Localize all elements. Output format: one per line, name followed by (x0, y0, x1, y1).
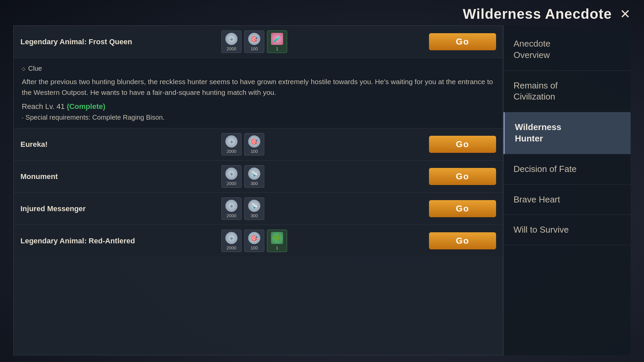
reward-green-red: 🌿 1 (267, 230, 287, 252)
silver-amount-frost: 2000 (227, 46, 236, 51)
silver-amount-monument: 2000 (227, 181, 236, 186)
silver-coin-icon-eureka (225, 135, 238, 148)
sidebar-item-anecdote-overview[interactable]: Anecdote Overview (503, 29, 631, 71)
tower-amount-injured: 300 (251, 213, 258, 218)
reward-silver-frost: 2000 (221, 31, 241, 53)
rewards-injured-messenger: 2000 📡 300 (221, 197, 422, 220)
silver-amount-eureka: 2000 (227, 149, 236, 154)
quest-row-injured-messenger: Injured Messenger 2000 📡 300 (14, 193, 503, 225)
tower-amount-monument: 300 (251, 181, 258, 186)
antenna-icon-red: 🎯 (248, 231, 261, 245)
go-button-injured-messenger[interactable]: Go (429, 200, 496, 217)
quest-name-injured-messenger: Injured Messenger (20, 204, 221, 213)
special-amount-frost: 1 (276, 46, 278, 51)
clue-header: ◇ Clue (22, 65, 495, 72)
go-button-eureka[interactable]: Go (429, 136, 496, 153)
antenna-icon-eureka: 🎯 (248, 135, 261, 148)
silver-amount-injured: 2000 (227, 213, 236, 218)
clue-body-text: After the previous two hunting blunders,… (22, 76, 495, 98)
quest-row-red-antlered: Legendary Animal: Red-Antlered 2000 🎯 10… (14, 225, 503, 257)
silver-coin-icon-red (225, 231, 238, 245)
go-button-frost-queen[interactable]: Go (429, 33, 496, 50)
modal-header: Wilderness Anecdote ✕ (0, 0, 644, 25)
clue-diamond-icon: ◇ (22, 66, 25, 71)
antenna-amount-frost: 100 (251, 46, 258, 51)
main-content: Legendary Animal: Frost Queen 2000 🎯 100 (13, 25, 503, 355)
reward-silver-monument: 2000 (221, 165, 241, 188)
silver-amount-red: 2000 (227, 245, 236, 250)
reward-antenna-eureka: 🎯 100 (244, 133, 264, 156)
rewards-frost-queen: 2000 🎯 100 🧪 1 (221, 31, 422, 53)
antenna-amount-eureka: 100 (251, 149, 258, 154)
rewards-eureka: 2000 🎯 100 (221, 133, 422, 156)
silver-coin-icon-monument (225, 167, 238, 180)
reward-antenna-red: 🎯 100 (244, 230, 264, 252)
reward-silver-eureka: 2000 (221, 133, 241, 156)
quest-name-red-antlered: Legendary Animal: Red-Antlered (20, 237, 221, 245)
rewards-red-antlered: 2000 🎯 100 🌿 1 (221, 230, 422, 252)
reward-tower-monument: 📡 300 (244, 165, 264, 188)
silver-coin-icon-injured (225, 199, 238, 213)
green-amount-red: 1 (276, 245, 278, 250)
sidebar-item-decision-of-fate[interactable]: Decision of Fate (503, 154, 631, 185)
reward-antenna-frost: 🎯 100 (244, 31, 264, 53)
special-requirements: · Special requirements: Complete Raging … (22, 114, 495, 121)
rewards-monument: 2000 📡 300 (221, 165, 422, 188)
modal-container: Wilderness Anecdote ✕ Legendary Animal: … (0, 0, 644, 362)
reach-level-text: Reach Lv. 41 (Complete) (22, 102, 495, 111)
reward-silver-red: 2000 (221, 230, 241, 252)
pink-potion-icon: 🧪 (270, 32, 284, 46)
tower-icon-monument: 📡 (248, 167, 261, 180)
green-item-icon-red: 🌿 (270, 231, 284, 245)
quest-row-eureka: Eureka! 2000 🎯 100 Go (14, 128, 503, 161)
sidebar-item-will-to-survive[interactable]: Will to Survive (503, 215, 631, 245)
quest-name-frost-queen: Legendary Animal: Frost Queen (20, 38, 221, 46)
sidebar-item-brave-heart[interactable]: Brave Heart (503, 185, 631, 215)
go-button-red-antlered[interactable]: Go (429, 232, 496, 249)
quest-row-frost-queen: Legendary Animal: Frost Queen 2000 🎯 100 (14, 26, 503, 58)
reward-silver-injured: 2000 (221, 197, 241, 220)
antenna-icon-frost: 🎯 (248, 32, 261, 46)
quest-row-monument: Monument 2000 📡 300 Go (14, 161, 503, 193)
quest-name-eureka: Eureka! (20, 140, 221, 149)
reward-special-frost: 🧪 1 (267, 31, 287, 53)
silver-coin-icon (225, 32, 238, 46)
sidebar-item-remains-of-civilization[interactable]: Remains of Civilization (503, 71, 631, 113)
sidebar-item-wilderness-hunter[interactable]: Wilderness Hunter (503, 112, 631, 154)
go-button-monument[interactable]: Go (429, 168, 496, 185)
antenna-amount-red: 100 (251, 245, 258, 250)
clue-section: ◇ Clue After the previous two hunting bl… (14, 58, 503, 128)
complete-badge: (Complete) (67, 102, 105, 111)
modal-body: Legendary Animal: Frost Queen 2000 🎯 100 (0, 25, 644, 362)
tower-icon-injured: 📡 (248, 199, 261, 213)
reward-tower-injured: 📡 300 (244, 197, 264, 220)
sidebar: Anecdote Overview Remains of Civilizatio… (503, 25, 631, 355)
quest-name-monument: Monument (20, 172, 221, 181)
reach-label: Reach Lv. 41 (22, 102, 65, 111)
modal-title: Wilderness Anecdote (463, 6, 612, 22)
close-button[interactable]: ✕ (620, 8, 631, 20)
clue-title-text: Clue (28, 65, 42, 72)
